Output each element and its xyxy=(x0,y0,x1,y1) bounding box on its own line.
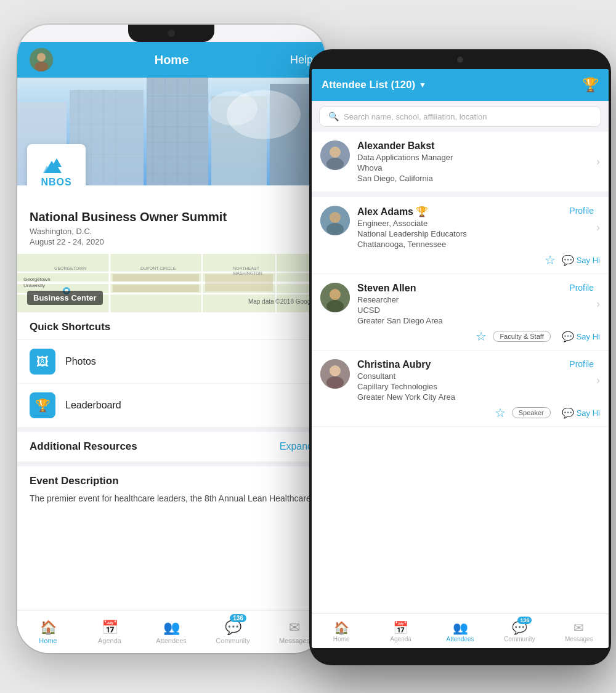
android-nav-home-label: Home xyxy=(333,636,350,642)
attendee-location-steven: Greater San Diego Area xyxy=(357,316,569,325)
profile-btn-steven[interactable]: Profile xyxy=(569,283,594,293)
map-location-label: Business Center xyxy=(27,291,103,305)
android-nav-agenda[interactable]: 📅 Agenda xyxy=(371,614,430,648)
profile-btn-christina[interactable]: Profile xyxy=(569,359,594,369)
shortcut-photos-label: Photos xyxy=(65,356,309,367)
attendee-search-bar: 🔍 Search name, school, affiliation, loca… xyxy=(312,101,609,132)
sayhi-label-alex: Say Hi xyxy=(577,256,600,265)
shortcut-leaderboard[interactable]: 🏆 Leaderboard › xyxy=(17,383,325,427)
sayhi-btn-christina[interactable]: 💬 Say Hi xyxy=(562,407,600,419)
attendee-avatar-alexander xyxy=(320,140,350,170)
android-nav-attendees[interactable]: 👥 Attendees xyxy=(431,614,490,648)
android-nav-messages[interactable]: ✉ Messages xyxy=(549,614,609,648)
iphone-screen: Home Help xyxy=(17,42,325,653)
map-data-attribution: Map data ©2018 Google xyxy=(248,298,315,305)
event-desc-title: Event Description xyxy=(17,466,325,492)
nav-home[interactable]: 🏠 Home xyxy=(17,610,79,653)
speaker-tag: Speaker xyxy=(512,407,551,418)
search-input-container[interactable]: 🔍 Search name, school, affiliation, loca… xyxy=(319,106,601,127)
profile-btn-alex[interactable]: Profile xyxy=(569,206,594,216)
android-nav-home[interactable]: 🏠 Home xyxy=(312,614,371,648)
attendee-location-alex: Chattanooga, Tennessee xyxy=(357,240,569,249)
svg-text:GEORGETOWN: GEORGETOWN xyxy=(54,266,86,270)
svg-point-54 xyxy=(326,223,344,235)
additional-resources-title: Additional Resources xyxy=(30,440,137,453)
search-magnify-icon: 🔍 xyxy=(328,111,339,121)
svg-text:NORTHEAST: NORTHEAST xyxy=(233,266,260,270)
android-nav-community[interactable]: 136 💬 Community xyxy=(490,614,549,648)
attendee-location-christina: Greater New York City Area xyxy=(357,392,569,402)
left-header-bar: Home Help xyxy=(17,42,325,78)
leaderboard-icon: 🏆 xyxy=(30,392,55,418)
nav-agenda[interactable]: 📅 Agenda xyxy=(79,610,140,653)
sayhi-btn-alex[interactable]: 💬 Say Hi xyxy=(562,254,600,266)
left-bottom-nav: 🏠 Home 📅 Agenda 👥 Attendees 136 💬 Commun… xyxy=(17,610,325,653)
expand-button[interactable]: Expand xyxy=(280,441,313,452)
event-map[interactable]: GEORGETOWN DUPONT CIRCLE NORTHEAST WASHI… xyxy=(17,254,325,312)
left-header-title: Home xyxy=(155,53,189,67)
sayhi-label-christina: Say Hi xyxy=(577,408,600,418)
attendee-chevron-christina: › xyxy=(596,374,600,387)
user-avatar[interactable] xyxy=(30,48,53,71)
attendee-name-alexander: Alexander Bakst xyxy=(357,140,594,152)
nav-community[interactable]: 136 💬 Community xyxy=(202,610,264,653)
attendee-org-alex: National Leadership Educators xyxy=(357,229,569,238)
svg-point-28 xyxy=(208,91,257,126)
sayhi-icon-alex: 💬 xyxy=(562,254,574,266)
event-desc-text: The premier event for healthcare leaders… xyxy=(17,492,325,514)
attendee-row-top-steven: Steven Allen Researcher UCSD Greater San… xyxy=(312,274,609,325)
shortcut-photos[interactable]: 🖼 Photos › xyxy=(17,339,325,383)
android-attendees-icon: 👥 xyxy=(453,620,468,635)
event-title: National Business Owner Summit xyxy=(30,210,313,224)
left-header-help[interactable]: Help xyxy=(290,54,313,67)
attendee-org-steven: UCSD xyxy=(357,306,569,315)
attendee-org-christina: Capillary Technologies xyxy=(357,382,569,391)
event-info-section: National Business Owner Summit Washingto… xyxy=(17,185,325,254)
attendee-actions-alex: ☆ 💬 Say Hi xyxy=(312,249,609,274)
attendee-list-container: Alexander Bakst Data Applications Manage… xyxy=(312,132,609,610)
nav-attendees[interactable]: 👥 Attendees xyxy=(140,610,202,653)
nav-messages-label: Messages xyxy=(279,637,310,644)
attendee-role-alexander: Data Applications Manager xyxy=(357,153,594,162)
svg-point-51 xyxy=(326,158,344,170)
star-icon-alex[interactable]: ☆ xyxy=(545,253,556,267)
svg-point-56 xyxy=(330,289,341,300)
sayhi-btn-steven[interactable]: 💬 Say Hi xyxy=(562,331,600,342)
search-placeholder-text: Search name, school, affiliation, locati… xyxy=(344,112,487,121)
svg-text:Georgetown: Georgetown xyxy=(23,277,51,282)
nbos-brand-text: NBOS xyxy=(27,177,86,186)
svg-point-50 xyxy=(330,147,341,158)
attendee-info-christina: Christina Aubry Consultant Capillary Tec… xyxy=(357,359,569,402)
attendee-info-alex: Alex Adams 🏆 Engineer, Associate Nationa… xyxy=(357,206,569,249)
list-separator-1 xyxy=(312,192,609,197)
svg-point-57 xyxy=(326,300,344,312)
event-date: August 22 - 24, 2020 xyxy=(30,237,313,246)
faculty-staff-tag: Faculty & Staff xyxy=(493,331,550,342)
android-screen: Attendee List (120) ▼ 🏆 🔍 Search name, s… xyxy=(312,69,609,648)
nav-community-label: Community xyxy=(216,637,250,644)
android-home-icon: 🏠 xyxy=(334,620,349,635)
star-icon-steven[interactable]: ☆ xyxy=(476,329,487,344)
shortcut-leaderboard-label: Leaderboard xyxy=(65,400,309,411)
star-icon-christina[interactable]: ☆ xyxy=(495,405,506,420)
attendee-list-header: Attendee List (120) ▼ 🏆 xyxy=(312,69,609,101)
svg-rect-38 xyxy=(113,274,199,282)
section-divider xyxy=(17,427,325,432)
android-nav-messages-label: Messages xyxy=(565,636,593,642)
dropdown-arrow-icon[interactable]: ▼ xyxy=(419,81,426,89)
iphone-camera xyxy=(168,30,175,37)
android-camera xyxy=(457,57,463,63)
attendee-actions-christina: ☆ Speaker 💬 Say Hi xyxy=(312,402,609,426)
attendee-location-alexander: San Diego, California xyxy=(357,174,594,183)
home-icon: 🏠 xyxy=(40,620,57,636)
svg-text:DUPONT CIRCLE: DUPONT CIRCLE xyxy=(140,266,176,270)
attendee-list-title-text: Attendee List (120) xyxy=(322,79,415,91)
attendee-row-top-christina: Christina Aubry Consultant Capillary Tec… xyxy=(312,351,609,402)
hero-banner: NBOS NATIONAL BUSINESS OWNER SUMMIT xyxy=(17,78,325,185)
messages-icon: ✉ xyxy=(289,620,300,636)
attendee-chevron-alex: › xyxy=(596,221,600,234)
android-agenda-icon: 📅 xyxy=(393,620,408,635)
attendee-name-steven: Steven Allen xyxy=(357,283,569,294)
attendee-role-alex: Engineer, Associate xyxy=(357,219,569,228)
leaderboard-trophy-icon[interactable]: 🏆 xyxy=(582,77,599,93)
